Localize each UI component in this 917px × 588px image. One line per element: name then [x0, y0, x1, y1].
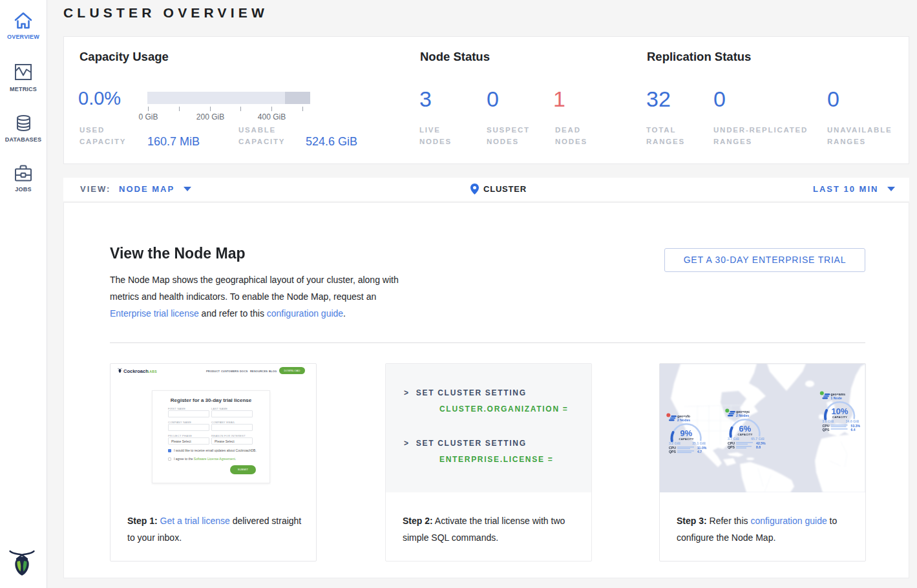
svg-text:2 Nodes: 2 Nodes	[677, 418, 690, 422]
svg-text:2 Nodes: 2 Nodes	[736, 414, 749, 417]
svg-text:10%: 10%	[831, 406, 848, 416]
svg-text:35.1 GiB: 35.1 GiB	[692, 441, 706, 445]
svg-text:6%: 6%	[739, 424, 752, 434]
svg-text:3.6 GiB: 3.6 GiB	[823, 419, 834, 423]
svg-text:3.7 GiB: 3.7 GiB	[728, 437, 739, 441]
svg-text:3.2 GiB: 3.2 GiB	[669, 441, 680, 445]
svg-text:QPS: QPS	[728, 445, 735, 449]
svg-text:QPS: QPS	[823, 428, 830, 432]
svg-text:6.4: 6.4	[851, 428, 856, 432]
svg-text:9%: 9%	[680, 428, 693, 438]
svg-text:CAPACITY: CAPACITY	[737, 433, 752, 436]
svg-text:1 Node: 1 Node	[831, 396, 842, 400]
svg-text:QPS: QPS	[669, 450, 676, 454]
svg-text:65.7 GiB: 65.7 GiB	[751, 437, 764, 441]
svg-text:8.8: 8.8	[756, 445, 761, 449]
svg-text:34.6 GiB: 34.6 GiB	[846, 419, 859, 423]
svg-text:4.7: 4.7	[697, 450, 702, 454]
svg-text:CAPACITY: CAPACITY	[832, 415, 847, 419]
svg-text:CAPACITY: CAPACITY	[679, 437, 693, 441]
